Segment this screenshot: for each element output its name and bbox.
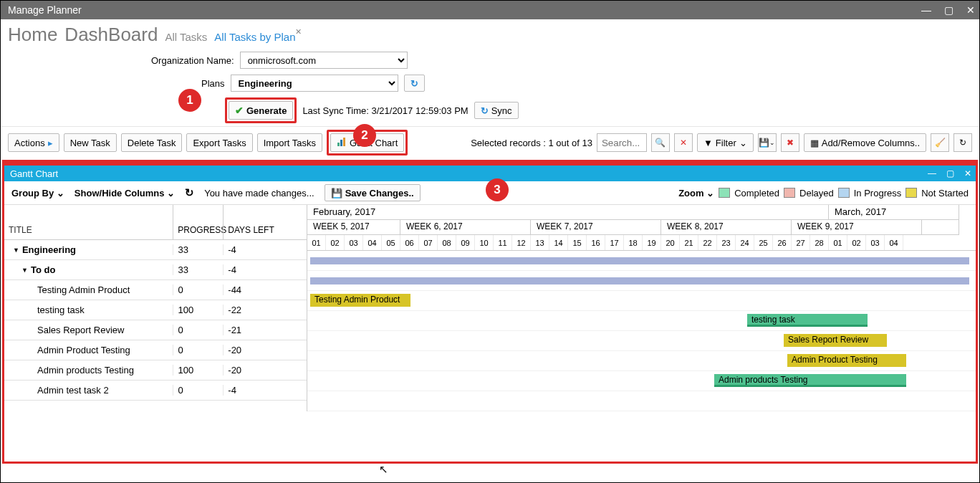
tool-icon-2[interactable]: ↻ [953, 133, 972, 152]
maximize-icon[interactable]: ▢ [944, 4, 953, 16]
zoom-dropdown[interactable]: Zoom [678, 188, 714, 199]
add-remove-columns-button[interactable]: ▦ Add/Remove Columns.. [804, 133, 926, 152]
row-progress: 0 [173, 345, 223, 355]
gantt-bar[interactable]: testing task [747, 314, 868, 327]
table-row[interactable]: Admin test task 20-4 [4, 381, 307, 401]
expand-icon[interactable]: ▼ [21, 267, 28, 274]
day-header: 11 [494, 235, 512, 250]
svg-rect-1 [340, 140, 342, 146]
chevron-right-icon: ▸ [48, 138, 53, 148]
day-header: 07 [419, 235, 438, 250]
table-row[interactable]: Admin Product Testing0-20 [4, 340, 307, 360]
cursor-icon: ↖ [379, 463, 388, 476]
close-icon[interactable]: ✕ [966, 4, 975, 16]
gantt-bar[interactable]: Sales Report Review [784, 334, 887, 347]
delete-task-button[interactable]: Delete Task [121, 133, 183, 152]
changes-message: You have made changes... [204, 188, 314, 199]
row-progress: 0 [173, 284, 223, 295]
gantt-panel: Gantt Chart ― ▢ ✕ Group By Show/Hide Col… [2, 163, 978, 464]
row-title: Sales Report Review [37, 325, 124, 335]
plans-select[interactable]: Engineering [231, 75, 398, 92]
gantt-minimize-icon[interactable]: ― [928, 168, 936, 178]
generate-row: 1 ✔ Generate Last Sync Time: 3/21/2017 1… [1, 95, 979, 126]
generate-highlight: ✔ Generate [225, 97, 297, 123]
minimize-icon[interactable]: ― [921, 4, 931, 16]
col-days: DAYS LEFT [223, 205, 307, 239]
gantt-titlebar: Gantt Chart ― ▢ ✕ [4, 166, 976, 181]
table-row[interactable]: testing task100-22 [4, 300, 307, 320]
legend-completed: Completed [734, 188, 779, 199]
window-title: Manage Planner [8, 4, 82, 16]
clear-search-button[interactable]: ✕ [674, 133, 693, 152]
day-header: 15 [568, 235, 587, 250]
actions-button[interactable]: Actions ▸ [8, 133, 59, 152]
gantt-bar[interactable]: Admin products Testing [714, 374, 906, 387]
day-header: 10 [475, 235, 494, 250]
week-header: WEEK 7, 2017 [531, 220, 661, 235]
crumb-dashboard[interactable]: DashBoard [64, 24, 158, 46]
row-title: Admin Product Testing [37, 345, 130, 355]
sync-button[interactable]: ↻ Sync [474, 102, 519, 119]
expand-icon[interactable]: ▼ [13, 247, 19, 254]
row-days: -20 [223, 365, 307, 376]
day-header: 12 [512, 235, 531, 250]
crumb-home[interactable]: Home [8, 24, 57, 46]
check-icon: ✔ [235, 105, 244, 116]
legend-notstarted-swatch [905, 188, 917, 198]
svg-rect-2 [343, 138, 345, 146]
export-tasks-button[interactable]: Export Tasks [186, 133, 252, 152]
day-header: 22 [698, 235, 717, 250]
refresh-plans-button[interactable]: ↻ [404, 75, 425, 92]
table-row[interactable]: ▼To do33-4 [4, 260, 307, 280]
refresh-icon[interactable]: ↻ [185, 186, 194, 199]
search-input[interactable] [597, 133, 647, 152]
gantt-bar[interactable] [310, 277, 969, 284]
clear-filter-button[interactable]: ✖ [781, 133, 799, 152]
day-header: 23 [717, 235, 736, 250]
day-header: 13 [531, 235, 549, 250]
search-button[interactable]: 🔍 [651, 133, 670, 152]
crumb-all-tasks[interactable]: All Tasks [165, 31, 207, 43]
tool-icon-1[interactable]: 🧹 [931, 133, 949, 152]
legend-notstarted: Not Started [921, 188, 969, 199]
gantt-bar[interactable] [310, 257, 969, 264]
import-tasks-button[interactable]: Import Tasks [257, 133, 322, 152]
day-header: 03 [345, 235, 363, 250]
generate-button[interactable]: ✔ Generate [229, 101, 293, 120]
day-header: 20 [661, 235, 680, 250]
window-titlebar: Manage Planner ― ▢ ✕ [1, 1, 979, 19]
day-header: 19 [643, 235, 661, 250]
row-title: Admin test task 2 [37, 385, 109, 396]
table-row[interactable]: Testing Admin Product0-44 [4, 280, 307, 300]
new-task-button[interactable]: New Task [64, 133, 117, 152]
gantt-title: Gantt Chart [10, 168, 58, 179]
svg-rect-0 [337, 143, 340, 146]
org-row: Organization Name: onmicrosoft.com [1, 49, 979, 72]
table-row[interactable]: ▼Engineering33-4 [4, 240, 307, 260]
gantt-left-table: TITLE PROGRESS DAYS LEFT ▼Engineering33-… [4, 205, 307, 411]
gantt-maximize-icon[interactable]: ▢ [946, 168, 954, 178]
group-by-dropdown[interactable]: Group By [11, 188, 64, 199]
legend-inprogress-swatch [838, 188, 850, 198]
gantt-close-icon[interactable]: ✕ [964, 168, 971, 178]
callout-2: 2 [353, 124, 376, 147]
row-progress: 33 [173, 244, 223, 255]
table-row[interactable]: Sales Report Review0-21 [4, 320, 307, 340]
window-buttons: ― ▢ ✕ [921, 4, 975, 16]
org-select[interactable]: onmicrosoft.com [240, 52, 408, 69]
save-icon-button[interactable]: 💾 ⌄ [758, 133, 777, 152]
row-progress: 0 [173, 385, 223, 396]
gantt-body: TITLE PROGRESS DAYS LEFT ▼Engineering33-… [4, 205, 976, 411]
save-changes-button[interactable]: 💾 Save Changes.. [325, 184, 421, 201]
crumb-close-icon[interactable]: ✕ [295, 27, 302, 37]
day-header: 08 [438, 235, 456, 250]
filter-icon: ▼ [703, 138, 713, 148]
gantt-bar[interactable]: Testing Admin Product [310, 294, 410, 307]
day-header: 02 [847, 235, 866, 250]
legend-completed-swatch [719, 188, 730, 198]
crumb-all-tasks-by-plan[interactable]: All Tasks by Plan ✕ [214, 31, 295, 43]
show-hide-columns-dropdown[interactable]: Show/Hide Columns [75, 188, 175, 199]
gantt-bar[interactable]: Admin Product Testing [787, 354, 906, 367]
table-row[interactable]: Admin products Testing100-20 [4, 360, 307, 381]
filter-button[interactable]: ▼ Filter ⌄ [697, 133, 754, 152]
